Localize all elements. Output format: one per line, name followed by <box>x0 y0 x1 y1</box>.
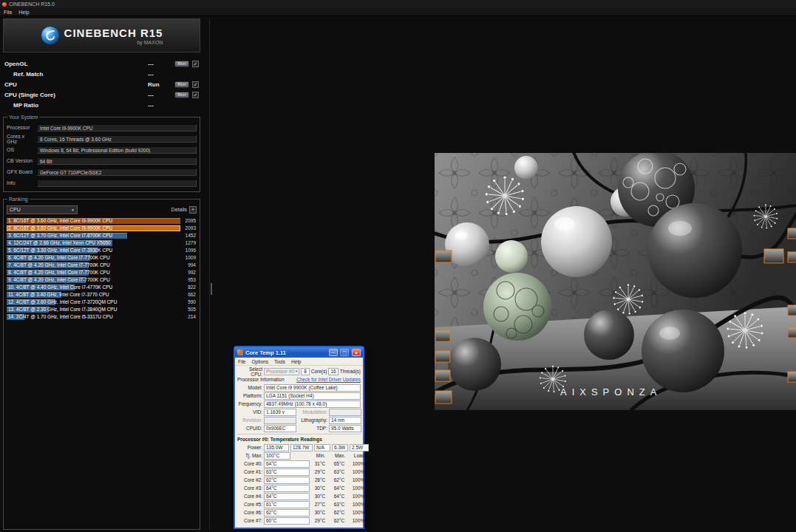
cpu-checkbox[interactable]: ✓ <box>192 81 199 88</box>
system-field-value: 64 Bit <box>37 157 197 165</box>
power-value: 2.5W <box>350 444 369 451</box>
core-temp: 64°C <box>264 485 310 492</box>
check-icon: ✓ <box>194 82 198 87</box>
model-row: Model: Intel Core i9 9900K (Coffee Lake) <box>237 383 361 392</box>
test-label: MP Ratio <box>4 102 148 109</box>
readings-header: Processor #0: Temperature Readings <box>237 437 322 442</box>
system-row: Cores x GHz 8 Cores, 16 Threads @ 3.60 G… <box>7 133 197 144</box>
ranking-row-12[interactable]: 12. 4C/8T @ 2.60 GHz, Intel Core i7-3720… <box>7 299 197 306</box>
system-field-value: Intel Core i9-9900K CPU <box>37 124 197 132</box>
coretemp-titlebar[interactable]: Core Temp 1.11 — ❐ ✕ <box>235 347 363 358</box>
ranking-row-3[interactable]: 3. 6C/12T @ 3.70 GHz, Intel Core i7-8700… <box>7 232 197 239</box>
opengl-checkbox[interactable]: ✓ <box>192 61 199 67</box>
ranking-filter-select[interactable]: CPU ▼ <box>7 205 78 214</box>
ranking-row-6[interactable]: 6. 4C/8T @ 4.20 GHz, Intel Core i7-7700K… <box>7 254 197 262</box>
details-expand-button[interactable]: + <box>189 206 197 214</box>
minimize-button[interactable]: — <box>329 349 338 356</box>
test-label: Ref. Match <box>4 71 148 78</box>
ranking-row-10[interactable]: 10. 4C/8T @ 4.40 GHz, Intel Core i7-4770… <box>7 284 197 291</box>
col-header-load: Load <box>350 453 368 458</box>
core-temp: 62°C <box>264 509 310 516</box>
test-label: CPU (Single Core) <box>4 92 148 98</box>
core-label: Core #2: <box>237 477 262 482</box>
ranking-row-13[interactable]: 13. 4C/8T @ 2.30 GHz, Intel Core i7-3840… <box>7 306 197 313</box>
lithography-label: Lithography: <box>298 417 327 423</box>
render-scene: AIXSPONZA <box>435 153 796 410</box>
core-max: 62°C <box>330 477 348 482</box>
cpu-select-value: Processor #0 <box>266 369 294 374</box>
render-bucket <box>788 327 796 338</box>
menu-help[interactable]: Help <box>291 359 301 364</box>
system-field-label: CB Version <box>7 158 35 163</box>
core-max: 63°C <box>330 469 348 474</box>
driver-updates-link[interactable]: Check for Intel Driver Updates <box>296 377 361 382</box>
test-row-ref-match: Ref. Match --- <box>3 69 200 79</box>
cinebench-window: CINEBENCH R15.0 File Help CINEBENCH R15 … <box>0 0 796 532</box>
test-label: CPU <box>4 81 148 88</box>
vid-modulation-row: VID: 1.1639 v Modulation: <box>237 408 361 416</box>
menu-tools[interactable]: Tools <box>274 359 285 364</box>
your-system-legend: Your System <box>7 115 39 120</box>
core-count: 8 <box>301 368 310 375</box>
ranking-row-label: 13. 4C/8T @ 2.30 GHz, Intel Core i7-3840… <box>8 306 117 313</box>
ranking-row-score: 1096 <box>186 247 196 254</box>
your-system-group: Your System Processor Intel Core i9-9900… <box>3 115 200 192</box>
ranking-row-8[interactable]: 8. 4C/8T @ 4.20 GHz, Intel Core i7-7700K… <box>7 269 197 276</box>
window-title: CINEBENCH R15.0 <box>9 1 55 7</box>
ranking-row-label: 2. 8C/16T @ 3.60 GHz, Intel Core i9-9900… <box>8 225 112 232</box>
coretemp-title: Core Temp 1.11 <box>245 349 327 356</box>
menu-file[interactable]: File <box>4 10 12 15</box>
vid-value: 1.1639 v <box>264 409 296 416</box>
core-max: 65°C <box>330 461 348 466</box>
system-field-value: 8 Cores, 16 Threads @ 3.60 GHz <box>37 135 197 143</box>
core-min: 28°C <box>311 477 329 482</box>
run-opengl-button[interactable]: Run <box>174 61 189 67</box>
ranking-row-7[interactable]: 7. 4C/8T @ 4.20 GHz, Intel Core i7-7700K… <box>7 262 197 269</box>
ranking-row-label: 3. 6C/12T @ 3.70 GHz, Intel Core i7-8700… <box>8 232 112 239</box>
core-load: 100% <box>350 494 367 499</box>
core-label: Core #6: <box>237 510 262 515</box>
core-max: 64°C <box>330 485 348 491</box>
panel-splitter[interactable] <box>209 18 212 530</box>
ranking-legend: Ranking <box>7 197 30 202</box>
core-min: 30°C <box>311 485 329 491</box>
ranking-row-11[interactable]: 11. 4C/8T @ 3.40 GHz, Intel Core i7-3770… <box>7 291 197 299</box>
ranking-row-14[interactable]: 14. 2C/4T @ 1.70 GHz, Intel Core i5-3317… <box>7 313 197 321</box>
maximize-button[interactable]: ❐ <box>340 349 349 356</box>
core-load: 100% <box>350 518 367 523</box>
col-header-max: Max. <box>331 453 349 458</box>
core-temp: 64°C <box>264 460 310 468</box>
menu-file[interactable]: File <box>238 359 245 364</box>
render-bucket <box>435 370 450 381</box>
close-button[interactable]: ✕ <box>352 349 361 356</box>
cpu-single-checkbox[interactable]: ✓ <box>192 92 199 98</box>
ranking-row-2[interactable]: 2. 8C/16T @ 3.60 GHz, Intel Core i9-9900… <box>7 225 197 232</box>
cinebench-titlebar[interactable]: CINEBENCH R15.0 <box>0 0 796 8</box>
ranking-row-4[interactable]: 4. 12C/24T @ 2.66 GHz, Intel Xeon CPU X5… <box>7 239 197 247</box>
core-row-2: Core #2: 62°C 28°C 62°C 100% <box>237 476 361 484</box>
ranking-row-label: 11. 4C/8T @ 3.40 GHz, Intel Core i7-3770… <box>8 291 109 299</box>
ranking-row-5[interactable]: 5. 6C/12T @ 3.30 GHz, Intel Core i7-3930… <box>7 247 197 254</box>
system-field-label: GFX Board <box>7 169 35 174</box>
system-row: Processor Intel Core i9-9900K CPU <box>7 122 197 133</box>
run-cpu-single-button[interactable]: Run <box>174 92 189 98</box>
core-min: 29°C <box>311 518 329 523</box>
ranking-row-label: 8. 4C/8T @ 4.20 GHz, Intel Core i7-7700K… <box>8 269 110 276</box>
lithography-value: 14 nm <box>329 417 361 424</box>
ranking-row-score: 505 <box>188 306 196 313</box>
menu-options[interactable]: Options <box>251 359 268 364</box>
cpu-select[interactable]: Processor #0 ▼ <box>264 368 299 375</box>
ranking-row-score: 994 <box>188 262 196 269</box>
core-count-label: Core(s) <box>311 369 327 374</box>
core-label: Core #4: <box>237 494 262 499</box>
chevron-down-icon: ▼ <box>71 208 75 212</box>
system-row: CB Version 64 Bit <box>7 155 197 166</box>
ranking-row-1[interactable]: 1. 8C/16T @ 3.60 GHz, Intel Core i9-9900… <box>7 217 197 225</box>
test-value: --- <box>148 92 174 98</box>
menu-help[interactable]: Help <box>18 10 29 15</box>
vid-label: VID: <box>237 409 262 415</box>
power-value: 128.7W <box>290 444 313 451</box>
cpuid-value: 0x906EC <box>264 425 296 432</box>
ranking-row-9[interactable]: 9. 4C/8T @ 4.20 GHz, Intel Core i7-7700K… <box>7 276 197 284</box>
run-cpu-button[interactable]: Run <box>174 81 189 88</box>
